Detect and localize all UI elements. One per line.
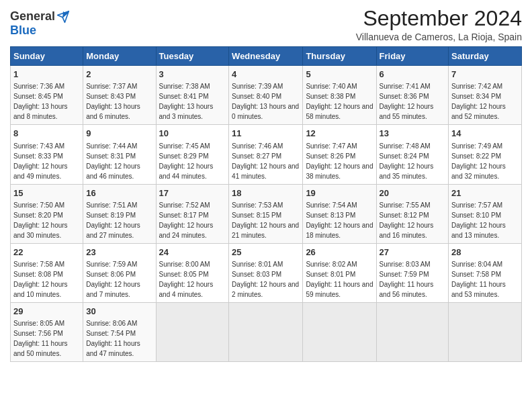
calendar-cell: 3Sunrise: 7:38 AMSunset: 8:41 PMDaylight…	[156, 66, 229, 125]
col-header-sunday: Sunday	[11, 47, 83, 66]
day-info: Sunrise: 7:40 AMSunset: 8:38 PMDaylight:…	[306, 81, 373, 122]
col-header-saturday: Saturday	[449, 47, 522, 66]
day-number: 15	[13, 187, 80, 199]
day-info: Sunrise: 7:55 AMSunset: 8:12 PMDaylight:…	[380, 200, 446, 240]
calendar-cell	[449, 302, 522, 361]
page-header: General Blue September 2024 Villanueva d…	[10, 7, 522, 42]
day-number: 17	[159, 187, 226, 199]
day-info: Sunrise: 8:06 AMSunset: 7:54 PMDaylight:…	[86, 318, 152, 359]
day-number: 30	[86, 306, 152, 318]
day-number: 1	[13, 68, 80, 81]
day-info: Sunrise: 8:02 AMSunset: 8:01 PMDaylight:…	[306, 259, 373, 300]
calendar-cell: 26Sunrise: 8:02 AMSunset: 8:01 PMDayligh…	[303, 243, 376, 302]
day-info: Sunrise: 7:52 AMSunset: 8:17 PMDaylight:…	[159, 200, 226, 240]
day-number: 29	[13, 306, 80, 318]
day-info: Sunrise: 7:46 AMSunset: 8:27 PMDaylight:…	[232, 141, 300, 181]
week-row-3: 15Sunrise: 7:50 AMSunset: 8:20 PMDayligh…	[11, 184, 522, 243]
calendar-cell: 17Sunrise: 7:52 AMSunset: 8:17 PMDayligh…	[156, 184, 229, 243]
day-info: Sunrise: 7:47 AMSunset: 8:26 PMDaylight:…	[306, 141, 373, 181]
day-info: Sunrise: 7:53 AMSunset: 8:15 PMDaylight:…	[232, 200, 300, 240]
calendar-cell: 14Sunrise: 7:49 AMSunset: 8:22 PMDayligh…	[449, 125, 522, 184]
logo-general-text: General	[10, 9, 55, 24]
day-number: 28	[451, 246, 519, 259]
day-number: 4	[232, 68, 300, 81]
calendar-cell: 21Sunrise: 7:57 AMSunset: 8:10 PMDayligh…	[449, 184, 522, 243]
day-number: 18	[232, 187, 300, 199]
day-info: Sunrise: 7:48 AMSunset: 8:24 PMDaylight:…	[380, 141, 446, 181]
calendar-cell: 25Sunrise: 8:01 AMSunset: 8:03 PMDayligh…	[229, 243, 303, 302]
day-number: 13	[380, 128, 446, 140]
day-number: 10	[159, 128, 226, 140]
day-info: Sunrise: 7:45 AMSunset: 8:29 PMDaylight:…	[159, 141, 226, 181]
day-number: 23	[86, 246, 152, 259]
day-number: 3	[159, 68, 226, 81]
day-info: Sunrise: 7:51 AMSunset: 8:19 PMDaylight:…	[86, 200, 152, 240]
calendar-cell: 23Sunrise: 7:59 AMSunset: 8:06 PMDayligh…	[83, 243, 156, 302]
month-title: September 2024	[356, 7, 522, 30]
logo-blue-text: Blue	[10, 24, 36, 38]
calendar-cell: 15Sunrise: 7:50 AMSunset: 8:20 PMDayligh…	[11, 184, 83, 243]
day-info: Sunrise: 7:37 AMSunset: 8:43 PMDaylight:…	[86, 81, 152, 122]
day-number: 22	[13, 246, 80, 259]
calendar-cell: 18Sunrise: 7:53 AMSunset: 8:15 PMDayligh…	[229, 184, 303, 243]
calendar-cell: 2Sunrise: 7:37 AMSunset: 8:43 PMDaylight…	[83, 66, 156, 125]
day-info: Sunrise: 7:39 AMSunset: 8:40 PMDaylight:…	[232, 81, 300, 122]
calendar-cell: 28Sunrise: 8:04 AMSunset: 7:58 PMDayligh…	[449, 243, 522, 302]
col-header-thursday: Thursday	[303, 47, 376, 66]
logo-bird-icon	[56, 10, 70, 24]
day-info: Sunrise: 7:58 AMSunset: 8:08 PMDaylight:…	[13, 259, 80, 300]
day-number: 11	[232, 128, 300, 140]
week-row-1: 1Sunrise: 7:36 AMSunset: 8:45 PMDaylight…	[11, 66, 522, 125]
day-info: Sunrise: 7:41 AMSunset: 8:36 PMDaylight:…	[380, 81, 446, 122]
day-number: 6	[380, 68, 446, 81]
day-number: 12	[306, 128, 373, 140]
calendar-cell: 7Sunrise: 7:42 AMSunset: 8:34 PMDaylight…	[449, 66, 522, 125]
day-info: Sunrise: 8:03 AMSunset: 7:59 PMDaylight:…	[380, 259, 446, 300]
col-header-monday: Monday	[83, 47, 156, 66]
calendar-cell: 8Sunrise: 7:43 AMSunset: 8:33 PMDaylight…	[11, 125, 83, 184]
calendar-cell	[156, 302, 229, 361]
col-header-tuesday: Tuesday	[156, 47, 229, 66]
calendar-cell: 11Sunrise: 7:46 AMSunset: 8:27 PMDayligh…	[229, 125, 303, 184]
day-info: Sunrise: 7:49 AMSunset: 8:22 PMDaylight:…	[451, 141, 519, 181]
day-info: Sunrise: 8:05 AMSunset: 7:56 PMDaylight:…	[13, 318, 80, 359]
day-number: 2	[86, 68, 152, 81]
day-number: 19	[306, 187, 373, 199]
day-info: Sunrise: 8:00 AMSunset: 8:05 PMDaylight:…	[159, 259, 226, 300]
calendar-cell: 5Sunrise: 7:40 AMSunset: 8:38 PMDaylight…	[303, 66, 376, 125]
day-info: Sunrise: 7:42 AMSunset: 8:34 PMDaylight:…	[451, 81, 519, 122]
day-number: 25	[232, 246, 300, 259]
location-subtitle: Villanueva de Cameros, La Rioja, Spain	[356, 32, 522, 42]
calendar-table: SundayMondayTuesdayWednesdayThursdayFrid…	[10, 46, 522, 362]
calendar-cell: 4Sunrise: 7:39 AMSunset: 8:40 PMDaylight…	[229, 66, 303, 125]
day-info: Sunrise: 7:38 AMSunset: 8:41 PMDaylight:…	[159, 81, 226, 122]
day-number: 16	[86, 187, 152, 199]
col-header-friday: Friday	[376, 47, 449, 66]
day-number: 24	[159, 246, 226, 259]
day-number: 21	[451, 187, 519, 199]
week-row-4: 22Sunrise: 7:58 AMSunset: 8:08 PMDayligh…	[11, 243, 522, 302]
calendar-cell: 27Sunrise: 8:03 AMSunset: 7:59 PMDayligh…	[376, 243, 449, 302]
day-number: 7	[451, 68, 519, 81]
calendar-cell: 22Sunrise: 7:58 AMSunset: 8:08 PMDayligh…	[11, 243, 83, 302]
day-info: Sunrise: 7:50 AMSunset: 8:20 PMDaylight:…	[13, 200, 80, 240]
day-number: 27	[380, 246, 446, 259]
calendar-cell	[229, 302, 303, 361]
calendar-cell: 1Sunrise: 7:36 AMSunset: 8:45 PMDaylight…	[11, 66, 83, 125]
day-info: Sunrise: 8:04 AMSunset: 7:58 PMDaylight:…	[451, 259, 519, 300]
calendar-cell: 24Sunrise: 8:00 AMSunset: 8:05 PMDayligh…	[156, 243, 229, 302]
calendar-cell: 20Sunrise: 7:55 AMSunset: 8:12 PMDayligh…	[376, 184, 449, 243]
day-info: Sunrise: 7:43 AMSunset: 8:33 PMDaylight:…	[13, 141, 80, 181]
day-number: 14	[451, 128, 519, 140]
calendar-cell: 10Sunrise: 7:45 AMSunset: 8:29 PMDayligh…	[156, 125, 229, 184]
day-number: 8	[13, 128, 80, 140]
logo: General Blue	[10, 9, 70, 38]
calendar-cell: 29Sunrise: 8:05 AMSunset: 7:56 PMDayligh…	[11, 302, 83, 361]
calendar-header-row: SundayMondayTuesdayWednesdayThursdayFrid…	[11, 47, 522, 66]
day-number: 5	[306, 68, 373, 81]
calendar-cell: 19Sunrise: 7:54 AMSunset: 8:13 PMDayligh…	[303, 184, 376, 243]
calendar-cell: 30Sunrise: 8:06 AMSunset: 7:54 PMDayligh…	[83, 302, 156, 361]
calendar-cell: 9Sunrise: 7:44 AMSunset: 8:31 PMDaylight…	[83, 125, 156, 184]
day-info: Sunrise: 7:44 AMSunset: 8:31 PMDaylight:…	[86, 141, 152, 181]
day-number: 9	[86, 128, 152, 140]
